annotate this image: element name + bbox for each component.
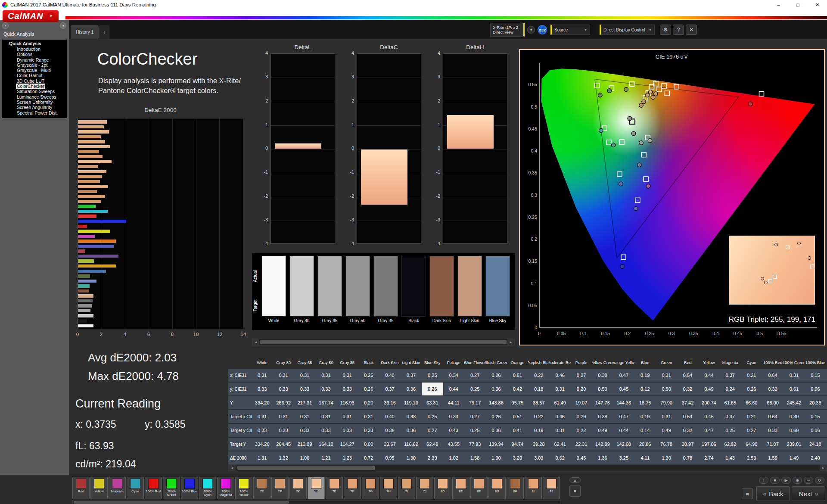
table-cell[interactable]: 1.59 [762,451,783,464]
table-cell[interactable]: 0.36 [485,424,507,437]
swatch-gray-80[interactable]: Gray 80 [289,256,314,323]
table-cell[interactable]: 0.29 [571,410,592,423]
table-cell[interactable]: 0.44 [443,383,464,395]
table-cell[interactable]: 0.62 [549,451,570,464]
swatch-light-skin[interactable]: Light Skin [457,256,482,323]
patch-8j[interactable]: 8J [543,477,560,499]
table-cell[interactable]: 71.07 [762,438,783,451]
table-cell[interactable]: 0.61 [783,383,805,395]
table-cell[interactable]: 167.74 [315,396,336,409]
table-cell[interactable]: 1.21 [315,451,336,464]
table-cell[interactable]: 0.33 [252,383,273,395]
patch-7f[interactable]: 7F [344,477,361,499]
table-cell[interactable]: 0.33 [358,424,379,437]
table-cell[interactable]: 0.33 [252,424,273,437]
table-cell[interactable]: 0.47 [613,410,634,423]
table-cell[interactable]: 114.27 [337,438,358,451]
table-cell[interactable]: 2.53 [741,451,762,464]
table-cell[interactable]: 0.44 [613,424,634,437]
table-cell[interactable]: 1.58 [464,451,485,464]
table-cell[interactable]: 0.25 [464,424,485,437]
patch-7h[interactable]: 7H [380,477,397,499]
table-cell[interactable]: 0.25 [422,410,443,423]
table-cell[interactable]: 2.40 [805,451,826,464]
table-cell[interactable]: 0.34 [443,410,464,423]
table-cell[interactable]: 0.41 [507,424,528,437]
table-cell[interactable]: 62.41 [549,438,570,451]
table-cell[interactable]: 0.78 [677,451,698,464]
table-cell[interactable]: 0.20 [358,396,379,409]
table-cell[interactable]: 334.20 [252,438,273,451]
table-cell[interactable]: 0.30 [783,410,805,423]
table-cell[interactable]: 0.26 [485,410,507,423]
table-cell[interactable]: 22.31 [571,438,592,451]
table-cell[interactable]: 79.90 [656,396,677,409]
table-cell[interactable]: 0.54 [677,369,698,382]
table-cell[interactable]: 0.50 [592,383,613,395]
patch-100-magenta[interactable]: 100% Magenta [217,477,234,499]
swatch-black[interactable]: Black [401,256,426,323]
swatch-scrollbar[interactable]: ◄ ► [252,339,515,345]
sidebar-item-options[interactable]: Options [2,52,67,57]
table-cell[interactable]: 0.15 [805,369,826,382]
source-dropdown[interactable]: Source ▼ [550,25,590,35]
table-cell[interactable]: 239.01 [783,438,805,451]
sidebar-pin-icon[interactable]: • [2,22,9,29]
tab-history-1[interactable]: History 1 [71,25,99,39]
table-cell[interactable]: 334.20 [252,396,273,409]
table-cell[interactable]: 33.67 [379,438,400,451]
table-cell[interactable]: 0.33 [337,424,358,437]
table-cell[interactable]: 0.19 [634,369,656,382]
swatch-gray-65[interactable]: Gray 65 [317,256,342,323]
sidebar-item-colorchecker[interactable]: ColorChecker [2,84,67,89]
table-cell[interactable]: 0.33 [762,424,783,437]
table-cell[interactable]: 3.20 [507,451,528,464]
table-cell[interactable]: 1.00 [485,451,507,464]
table-cell[interactable]: 37.42 [677,396,698,409]
patch-100-cyan[interactable]: 100% Cyan [199,477,216,499]
table-cell[interactable]: 95.75 [507,396,528,409]
patch-8f[interactable]: 8F [470,477,488,499]
table-cell[interactable]: 0.06 [805,424,826,437]
table-cell[interactable]: 116.93 [337,396,358,409]
refresh-button[interactable]: ⟳ [815,477,824,484]
table-cell[interactable]: 143.86 [485,396,507,409]
table-cell[interactable]: 116.62 [401,438,422,451]
table-cell[interactable]: 1.49 [783,451,805,464]
table-cell[interactable]: 0.31 [252,369,273,382]
table-cell[interactable]: 197.06 [698,438,719,451]
table-cell[interactable]: 0.00 [358,438,379,451]
table-cell[interactable]: 0.33 [273,383,294,395]
table-cell[interactable]: 20.86 [634,438,656,451]
table-cell[interactable]: 0.26 [485,369,507,382]
sidebar-item-spectral-power-dist-[interactable]: Spectral Power Dist. [2,110,67,115]
table-cell[interactable]: 0.33 [315,424,336,437]
patch-100-green[interactable]: 100% Green [163,477,180,499]
table-cell[interactable]: 0.40 [379,369,400,382]
table-cell[interactable]: 3.03 [528,451,549,464]
table-cell[interactable]: 0.38 [592,410,613,423]
table-cell[interactable]: 62.92 [720,438,741,451]
table-cell[interactable]: 61.49 [549,396,570,409]
sidebar-item-root[interactable]: Quick Analysis [2,41,67,47]
table-cell[interactable]: 63.31 [422,396,443,409]
table-cell[interactable]: 0.36 [485,383,507,395]
patch-scrollbar[interactable] [72,500,561,504]
patch-yellow[interactable]: Yellow [90,477,108,499]
loop-button[interactable]: ∞ [804,477,813,484]
table-cell[interactable]: 0.33 [294,424,315,437]
back-button[interactable]: « Back [756,486,790,501]
table-cell[interactable]: 19.07 [571,396,592,409]
patch-7j[interactable]: 7J [416,477,433,499]
table-cell[interactable]: 43.55 [443,438,464,451]
patch-7i[interactable]: 7I [398,477,415,499]
sidebar-collapse-icon[interactable]: ◄ [60,22,66,29]
add-tab-button[interactable]: + [99,25,109,39]
table-cell[interactable]: 0.44 [698,369,719,382]
swatch-gray-50[interactable]: Gray 50 [345,256,370,323]
swatch-white[interactable]: White [261,256,286,323]
table-cell[interactable]: 0.31 [783,369,805,382]
stop-button[interactable]: ■ [770,477,780,484]
table-cell[interactable]: 0.37 [401,369,422,382]
table-cell[interactable]: 76.78 [656,438,677,451]
